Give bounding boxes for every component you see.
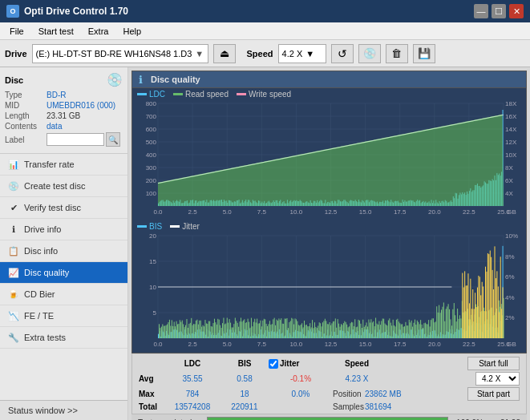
legend-ldc-label: LDC [149,90,165,99]
disc-panel-title: Disc [5,75,23,85]
drive-label: Drive [5,49,27,59]
stats-total-row: Total 13574208 220911 Samples 381694 [139,402,520,411]
titlebar-controls: — ☐ ✕ [474,4,524,18]
top-chart [131,100,527,220]
legend-jitter: Jitter [170,222,200,231]
speed-combo-wrap: 4.2 X [475,372,520,386]
sidebar-item-disc-info[interactable]: 📋Disc info [0,240,127,262]
refresh-button[interactable]: ↺ [331,44,354,63]
drivebar: Drive (E:) HL-DT-ST BD-RE WH16NS48 1.D3 … [0,40,530,67]
top-chart-legend: LDC Read speed Write speed [131,88,527,100]
top-chart-canvas [132,100,526,220]
disc-length-label: Length [5,111,47,120]
eject-button[interactable]: ⏏ [213,44,236,63]
save-button[interactable]: 💾 [413,44,435,63]
legend-bis: BIS [137,222,162,231]
menu-file[interactable]: File [3,25,30,38]
sidebar-item-fe-te[interactable]: 📉FE / TE [0,305,127,327]
disc-contents-value: data [47,122,62,131]
menu-start-test[interactable]: Start test [32,25,80,38]
titlebar-left: O Opti Drive Control 1.70 [6,5,128,18]
max-bis: 18 [220,390,269,398]
progress-area: Test completed 100.0% 31:28 [131,414,527,420]
total-bis: 220911 [220,402,269,411]
sidebar-item-transfer-rate[interactable]: 📊Transfer rate [0,154,127,176]
progress-bar-wrap [207,417,448,420]
max-label: Max [139,390,164,398]
maximize-button[interactable]: ☐ [492,4,506,18]
app-icon: O [6,5,19,18]
erase-button[interactable]: 🗑 [386,44,408,63]
bottom-chart [131,232,527,353]
avg-ldc: 35.55 [164,374,220,383]
drive-dropdown-arrow: ▼ [195,49,204,59]
jitter-color-dot [170,225,180,228]
disc-contents-row: Contents data [5,122,123,131]
sidebar-icon-create-test-disc: 💿 [8,180,19,192]
sidebar-icon-disc-quality: 📈 [8,267,19,278]
disc-type-label: Type [5,91,47,99]
speed-combo-row: 4.2 X [475,372,520,386]
chart-header-icon: ℹ [139,74,143,86]
read-color-dot [173,93,183,95]
avg-bis: 0.58 [220,374,269,383]
sidebar-item-disc-quality[interactable]: 📈Disc quality [0,262,127,284]
sidebar-item-drive-info[interactable]: ℹDrive info [0,219,127,240]
total-label: Total [139,402,164,411]
menu-extra[interactable]: Extra [82,25,115,38]
speed-combo[interactable]: 4.2 X [475,372,520,386]
disc-icon-btn[interactable]: 💿 [358,44,381,63]
start-part-button[interactable]: Start part [467,387,520,401]
app-title: Opti Drive Control 1.70 [24,6,128,17]
titlebar: O Opti Drive Control 1.70 — ☐ ✕ [0,0,530,22]
jitter-checkbox[interactable] [269,359,278,369]
bottom-chart-canvas [132,232,526,353]
sidebar-label-create-test-disc: Create test disc [24,181,85,191]
sidebar-icon-disc-info: 📋 [8,245,19,256]
disc-mid-label: MID [5,101,47,110]
jitter-checkbox-area: Jitter [269,359,333,369]
menu-help[interactable]: Help [116,25,148,38]
sidebar-icon-verify-test-disc: ✔ [8,202,19,213]
disc-mid-row: MID UMEBDR016 (000) [5,101,123,110]
right-controls: Start full [467,357,520,370]
avg-label: Avg [139,374,164,383]
max-jitter: 0.0% [269,390,333,398]
sidebar-item-cd-bier[interactable]: 🍺CD Bier [0,284,127,305]
close-button[interactable]: ✕ [509,4,524,18]
disc-length-value: 23.31 GB [47,111,80,120]
disc-mid-value: UMEBDR016 (000) [47,101,115,110]
sidebar-label-disc-quality: Disc quality [24,268,69,277]
sidebar-label-transfer-rate: Transfer rate [24,160,75,169]
sidebar-item-create-test-disc[interactable]: 💿Create test disc [0,176,127,197]
avg-jitter: -0.1% [269,374,333,383]
avg-speed: 4.23 X [333,374,381,383]
speed-label: Speed [247,49,273,59]
disc-label-input[interactable] [47,133,104,146]
sidebar-label-drive-info: Drive info [24,224,61,234]
minimize-button[interactable]: — [474,4,488,18]
sidebar-item-verify-test-disc[interactable]: ✔Verify test disc [0,197,127,219]
stats-max-row: Max 784 18 0.0% Position 23862 MB Start … [139,387,520,401]
disc-label-search-button[interactable]: 🔍 [106,132,120,147]
sidebar: Disc 💿 Type BD-R MID UMEBDR016 (000) Len… [0,67,128,420]
sidebar-item-extra-tests[interactable]: 🔧Extra tests [0,327,127,349]
main-area: Disc 💿 Type BD-R MID UMEBDR016 (000) Len… [0,67,530,420]
disc-label-label: Label [5,135,47,144]
speed-select[interactable]: 4.2 X ▼ [278,44,326,63]
start-full-button[interactable]: Start full [467,357,520,370]
total-samples: 381694 [365,402,391,411]
ldc-color-dot [137,93,147,95]
total-ldc: 13574208 [164,402,220,411]
status-window-button[interactable]: Status window >> [0,400,127,420]
sidebar-label-extra-tests: Extra tests [24,333,66,342]
stats-header-row: LDC BIS Jitter Speed Start full [139,357,520,370]
drive-select-value: (E:) HL-DT-ST BD-RE WH16NS48 1.D3 [36,49,192,59]
col-speed-header: Speed [333,359,381,368]
sidebar-label-fe-te: FE / TE [24,311,54,321]
menubar: File Start test Extra Help [0,22,530,40]
sidebar-label-verify-test-disc: Verify test disc [24,203,81,212]
legend-ldc: LDC [137,90,165,99]
col-bis-header: BIS [220,359,269,368]
drive-select[interactable]: (E:) HL-DT-ST BD-RE WH16NS48 1.D3 ▼ [32,44,208,63]
